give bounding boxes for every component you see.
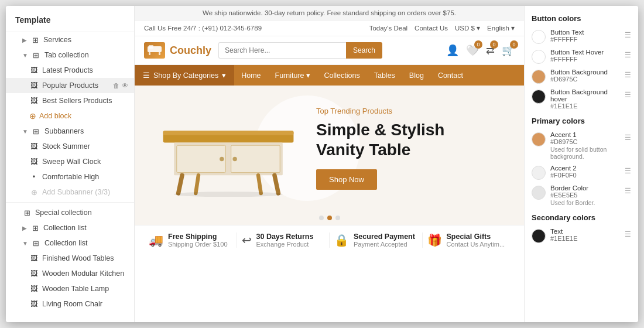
nav-item-home[interactable]: Home — [234, 66, 268, 86]
logo[interactable]: Couchly — [144, 42, 211, 59]
category-button[interactable]: ☰ Shop By Categories ▾ — [135, 65, 234, 86]
secondary-colors-section: Secondary colors Text #1E1E1E ☰ — [532, 213, 631, 243]
color-info: Border Color #E5E5E5 Used for Border. — [550, 184, 620, 206]
menu-icon[interactable]: ☰ — [625, 91, 631, 99]
add-block-button[interactable]: ⊕ Add block — [6, 108, 134, 124]
menu-icon[interactable]: ☰ — [625, 134, 631, 142]
menu-icon[interactable]: ☰ — [625, 71, 631, 79]
menu-icon[interactable]: ☰ — [625, 51, 631, 59]
main-wrapper: Template ▶ ⊞ Services ▼ ⊞ Tab collection… — [6, 6, 638, 322]
cart-badge: 0 — [510, 40, 518, 49]
compare-icon[interactable]: ⇄ 0 — [486, 44, 495, 57]
feature-text: Secured Payment Payment Accepted — [354, 233, 415, 248]
todays-deal-link[interactable]: Today's Deal — [369, 25, 407, 32]
svg-rect-7 — [177, 145, 226, 172]
sidebar-item-latest-products[interactable]: 🖼 Latest Products — [6, 63, 134, 78]
compare-badge: 0 — [490, 40, 498, 49]
color-name: Accent 2 — [550, 165, 620, 172]
hero-subtitle: Top Trending Products — [316, 107, 506, 115]
menu-icon[interactable]: ☰ — [625, 31, 631, 39]
image-icon: 🖼 — [29, 157, 39, 166]
dot-icon: • — [29, 172, 39, 182]
color-swatch[interactable] — [532, 166, 546, 180]
nav-item-furniture[interactable]: Furniture ▾ — [268, 65, 317, 86]
color-desc: Used for solid button background. — [550, 146, 620, 160]
sidebar-item-collection-list-1[interactable]: ▶ ⊞ Collection list — [6, 220, 134, 235]
shop-now-button[interactable]: Shop Now — [316, 169, 377, 190]
sidebar-item-living-room[interactable]: 🖼 Living Room Chair — [6, 296, 134, 312]
feature-returns: ↩ 30 Days Returns Exchange Product — [237, 233, 330, 248]
sidebar-item-wooden-modular[interactable]: 🖼 Wooden Modular Kitchen — [6, 266, 134, 281]
feature-payment: 🔒 Secured Payment Payment Accepted — [330, 233, 423, 248]
sidebar-item-wooden-lamp[interactable]: 🖼 Wooden Table Lamp — [6, 281, 134, 296]
sidebar-item-add-subbanner: ⊕ Add Subbanner (3/3) — [6, 184, 134, 200]
sidebar-item-finished-wood[interactable]: 🖼 Finished Wood Tables — [6, 251, 134, 266]
currency-selector[interactable]: USD $ ▾ — [455, 24, 480, 32]
user-icon[interactable]: 👤 — [446, 44, 459, 57]
wishlist-icon[interactable]: 🤍 0 — [466, 44, 479, 57]
hero-title: Simple & Stylish Vanity Table — [316, 120, 506, 159]
hero-dots — [135, 211, 524, 225]
hero-dot-1[interactable] — [319, 216, 324, 220]
nav-item-blog[interactable]: Blog — [402, 66, 431, 86]
feature-subtitle: Shipping Order $100 — [168, 241, 228, 248]
hero-dot-3[interactable] — [335, 216, 340, 220]
color-name: Button Background — [550, 69, 620, 76]
feature-title: Secured Payment — [354, 233, 415, 241]
color-swatch[interactable] — [532, 132, 546, 146]
menu-icon: ☰ — [143, 71, 150, 80]
color-swatch[interactable] — [532, 90, 546, 104]
feature-subtitle: Payment Accepted — [354, 241, 415, 248]
contact-info: Call Us Free 24/7 : (+91) 012-345-6789 — [144, 25, 262, 32]
nav-item-tables[interactable]: Tables — [367, 66, 402, 86]
eye-icon[interactable]: 👁 — [122, 82, 128, 89]
svg-rect-2 — [149, 52, 150, 55]
search-button[interactable]: Search — [346, 42, 382, 59]
color-hex: #F0F0F0 — [550, 172, 620, 179]
content-area: We ship nationwide. 30-day return policy… — [135, 6, 524, 322]
color-swatch[interactable] — [532, 186, 546, 200]
menu-icon[interactable]: ☰ — [625, 167, 631, 175]
color-swatch[interactable] — [532, 70, 546, 84]
language-selector[interactable]: English ▾ — [487, 24, 515, 32]
menu-icon[interactable]: ☰ — [625, 230, 631, 238]
sidebar-item-services[interactable]: ▶ ⊞ Services — [6, 32, 134, 47]
sidebar-item-popular-products[interactable]: 🖼 Popular Products 🗑 👁 — [6, 78, 134, 93]
sidebar-item-stock-summer[interactable]: 🖼 Stock Summer — [6, 139, 134, 154]
color-swatch[interactable] — [532, 30, 546, 44]
sidebar-item-sweep-wall[interactable]: 🖼 Sweep Wall Clock — [6, 154, 134, 169]
nav-item-contact[interactable]: Contact — [431, 66, 470, 86]
sidebar-item-best-sellers[interactable]: 🖼 Best Sellers Products — [6, 93, 134, 108]
color-hex: #E5E5E5 — [550, 192, 620, 199]
svg-rect-5 — [163, 131, 294, 135]
delete-icon[interactable]: 🗑 — [113, 82, 119, 89]
grid-icon: ⊞ — [32, 238, 41, 248]
menu-icon[interactable]: ☰ — [625, 187, 631, 195]
sidebar-item-comfortable-high[interactable]: • Comfortable High — [6, 169, 134, 184]
svg-line-13 — [196, 175, 198, 193]
color-name: Text — [550, 228, 620, 235]
search-input[interactable] — [218, 42, 346, 59]
cart-icon[interactable]: 🛒 0 — [502, 44, 515, 57]
feature-subtitle: Contact Us Anytim... — [447, 241, 505, 248]
sidebar-item-subbanners[interactable]: ▼ ⊞ Subbanners — [6, 124, 134, 139]
hero-dot-2[interactable] — [327, 216, 332, 220]
image-icon: 🖼 — [29, 299, 39, 309]
feature-gifts: 🎁 Special Gifts Contact Us Anytim... — [423, 233, 515, 248]
sidebar-item-collection-list-2[interactable]: ▼ ⊞ Collection list — [6, 235, 134, 251]
color-info: Button Text #FFFFFF — [550, 29, 620, 43]
sidebar-item-special-collection[interactable]: ⊞ Special collection — [6, 205, 134, 220]
divider — [6, 202, 134, 203]
grid-icon: ⊞ — [32, 127, 41, 136]
color-info: Button Background #D6975C — [550, 69, 620, 83]
contact-us-link[interactable]: Contact Us — [415, 25, 448, 32]
color-info: Button Text Hover #FFFFFF — [550, 49, 620, 63]
nav-item-collections[interactable]: Collections — [317, 66, 367, 86]
color-swatch[interactable] — [532, 229, 546, 243]
wishlist-badge: 0 — [474, 40, 482, 49]
grid-icon: ⊞ — [30, 223, 40, 233]
color-swatch[interactable] — [532, 50, 546, 64]
feature-text: 30 Days Returns Exchange Product — [256, 233, 314, 248]
sidebar-item-tab-collection[interactable]: ▼ ⊞ Tab collection — [6, 47, 134, 63]
primary-colors-section: Primary colors Accent 1 #D8975C Used for… — [532, 117, 631, 206]
